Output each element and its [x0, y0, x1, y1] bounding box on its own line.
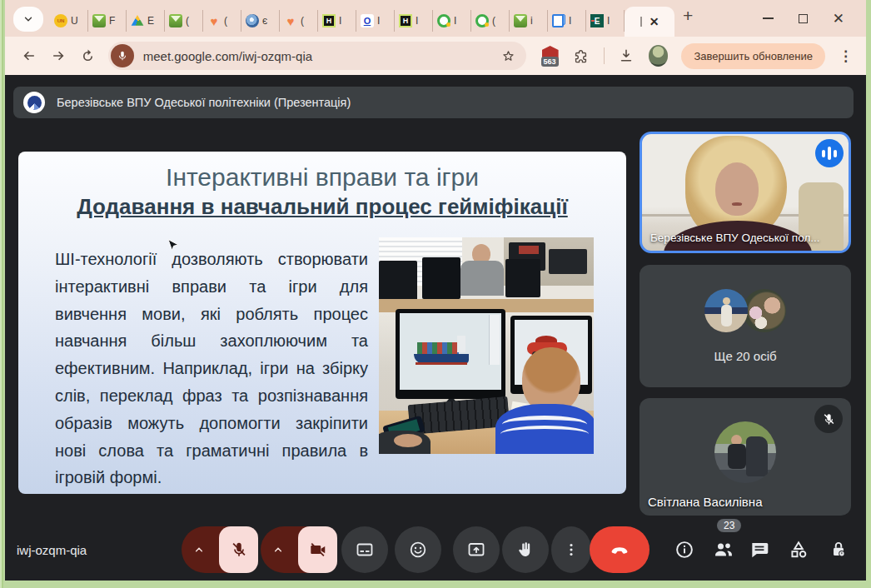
- o-blue-favicon: [361, 14, 374, 27]
- captions-button[interactable]: [341, 526, 388, 573]
- meeting-code: iwj-ozqm-qia: [17, 526, 87, 573]
- reload-button[interactable]: [75, 42, 99, 69]
- present-screen-button[interactable]: [453, 526, 500, 573]
- video-person-mouth: [732, 202, 742, 206]
- browser-toolbar: meet.google.com/iwj-ozqm-qia 563 Заверши…: [5, 37, 866, 75]
- browser-tab[interactable]: є: [241, 10, 280, 32]
- minimize-icon[interactable]: [763, 17, 774, 19]
- browser-tab[interactable]: (: [203, 10, 241, 32]
- back-button[interactable]: [17, 42, 41, 69]
- browser-tab[interactable]: І: [433, 10, 471, 32]
- tab-title: І: [416, 15, 424, 27]
- photo-student-back-body: [460, 261, 504, 296]
- activities-button[interactable]: [783, 526, 814, 573]
- tab-title: І: [607, 15, 615, 27]
- browser-tab[interactable]: І: [356, 10, 395, 32]
- host-controls-button[interactable]: [823, 526, 854, 573]
- puzzle-icon: [573, 48, 589, 64]
- tab-title: І: [569, 15, 577, 27]
- tab-title: І: [339, 15, 347, 27]
- browser-tab[interactable]: U: [50, 10, 88, 32]
- slide-title: Інтерактивні вправи та ігри: [18, 163, 626, 192]
- profile-avatar[interactable]: [649, 45, 669, 67]
- browser-tab[interactable]: (: [280, 10, 318, 32]
- tab-title: F: [109, 15, 117, 27]
- back-icon: [21, 47, 37, 64]
- overflow-avatars: [704, 289, 786, 332]
- tab-title: (: [224, 15, 232, 27]
- mail-green-favicon: [169, 14, 182, 27]
- window-controls: ✕: [763, 12, 858, 26]
- browser-tab[interactable]: (: [471, 10, 510, 32]
- chat-panel-button[interactable]: [744, 526, 775, 573]
- participant-tile-svitlana[interactable]: Світлана Василівна: [640, 398, 851, 516]
- photo-hand: [394, 434, 422, 447]
- site-mic-permission-badge[interactable]: [111, 44, 134, 67]
- tab-title: (: [492, 15, 500, 27]
- presentation-title: Березівське ВПУ Одеської політехніки (Пр…: [57, 96, 351, 109]
- avatar-car-door: [746, 436, 768, 476]
- browser-tab[interactable]: E: [127, 10, 165, 32]
- browser-tab[interactable]: і: [510, 10, 548, 32]
- chevron-up-icon: [271, 543, 285, 556]
- new-tab-button[interactable]: +: [683, 7, 693, 24]
- camera-toggle-button[interactable]: [298, 526, 337, 573]
- photo-monitor-back: [379, 261, 417, 304]
- end-call-icon: [609, 539, 630, 561]
- meeting-details-button[interactable]: [669, 526, 700, 573]
- downloads-button[interactable]: [615, 42, 639, 69]
- browser-tab[interactable]: F: [88, 10, 127, 32]
- mic-toggle-button[interactable]: [219, 526, 258, 573]
- browser-tab[interactable]: І: [586, 10, 625, 32]
- end-call-button[interactable]: [590, 526, 650, 573]
- browser-tab[interactable]: (: [165, 10, 203, 32]
- browser-tab[interactable]: І: [395, 10, 433, 32]
- browser-tab[interactable]: І: [318, 10, 356, 32]
- mic-control-group: [182, 526, 258, 573]
- tab-close-icon[interactable]: ✕: [650, 16, 659, 27]
- photo-3d-ship-keel: [416, 362, 467, 365]
- extension-badge-button[interactable]: 563: [540, 45, 560, 67]
- e-green-favicon: [590, 14, 604, 27]
- chat-icon: [749, 539, 770, 561]
- emoji-icon: [408, 540, 428, 560]
- close-icon[interactable]: ✕: [833, 12, 844, 26]
- bookmark-star-icon: [500, 48, 516, 64]
- tab-search-button[interactable]: [13, 7, 43, 32]
- people-panel-button[interactable]: 23: [705, 526, 742, 573]
- browser-menu-icon[interactable]: ⋮: [834, 47, 858, 65]
- raise-hand-button[interactable]: [502, 526, 549, 573]
- toolbar-divider: [604, 47, 605, 64]
- mic-off-icon: [230, 541, 248, 559]
- shared-presentation-slide: Інтерактивні вправи та ігри Додавання в …: [18, 152, 626, 494]
- o-green-favicon: [437, 14, 450, 27]
- reactions-button[interactable]: [395, 526, 441, 573]
- desktop: UFE((є(ІІІІ(іІІ ✕ + ✕: [0, 0, 871, 588]
- browser-tab[interactable]: І: [548, 10, 586, 32]
- participant-name: Світлана Василівна: [648, 495, 762, 509]
- chevron-up-icon: [192, 543, 206, 556]
- active-tab[interactable]: ✕: [625, 7, 674, 37]
- heart-orange-favicon: [207, 14, 221, 27]
- tab-title: (: [301, 15, 309, 27]
- extensions-button[interactable]: [569, 42, 593, 69]
- extension-count: 563: [541, 57, 559, 67]
- o-green-favicon: [475, 14, 489, 27]
- maximize-icon[interactable]: [799, 14, 808, 23]
- bookmark-star-button[interactable]: [500, 48, 516, 64]
- mic-off-icon: [822, 412, 836, 426]
- participant-name: Березівське ВПУ Одеської пол...: [650, 232, 820, 244]
- activities-icon: [788, 539, 809, 561]
- forward-button[interactable]: [46, 42, 70, 69]
- download-icon: [618, 47, 635, 64]
- participant-tile-speaker[interactable]: Березівське ВПУ Одеської пол...: [640, 132, 851, 253]
- finish-update-button[interactable]: Завершить обновление: [681, 43, 825, 69]
- address-bar[interactable]: meet.google.com/iwj-ozqm-qia: [108, 42, 526, 70]
- tab-title: U: [71, 15, 79, 27]
- url-text[interactable]: meet.google.com/iwj-ozqm-qia: [143, 49, 312, 63]
- present-icon: [466, 540, 486, 560]
- more-options-button[interactable]: [551, 526, 591, 573]
- participant-tile-overflow[interactable]: Ще 20 осіб: [640, 265, 851, 387]
- chevron-down-icon: [22, 13, 34, 25]
- forward-icon: [50, 47, 67, 64]
